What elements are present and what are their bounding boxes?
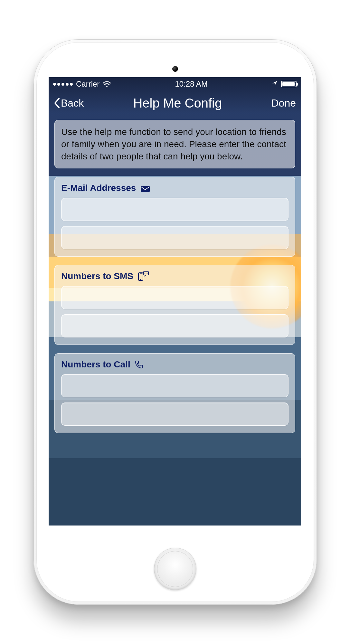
call-field-1[interactable] (61, 374, 289, 397)
content-area: Use the help me function to send your lo… (54, 120, 295, 526)
sms-section: Numbers to SMS (54, 265, 295, 345)
page-title: Help Me Config (133, 96, 222, 110)
signal-icon (53, 83, 73, 86)
home-button[interactable] (154, 548, 196, 590)
location-icon (271, 80, 278, 89)
svg-rect-1 (141, 186, 150, 192)
mail-icon (140, 184, 150, 192)
svg-point-0 (106, 86, 108, 87)
call-section-title: Numbers to Call (61, 359, 130, 370)
sms-section-title-row: Numbers to SMS (61, 271, 289, 281)
nav-bar: Back Help Me Config Done (49, 91, 301, 115)
status-right (271, 80, 297, 89)
call-section-title-row: Numbers to Call (61, 359, 289, 370)
svg-point-8 (140, 279, 141, 280)
wifi-icon (103, 81, 111, 87)
intro-panel: Use the help me function to send your lo… (54, 120, 295, 168)
email-field-2[interactable] (61, 226, 289, 249)
app-screen: Carrier 10:28 AM Back (49, 77, 301, 526)
email-section: E-Mail Addresses (54, 177, 295, 257)
back-label: Back (61, 97, 84, 109)
sms-section-title: Numbers to SMS (61, 271, 133, 281)
email-field-1[interactable] (61, 198, 289, 221)
call-field-2[interactable] (61, 402, 289, 426)
chevron-left-icon (54, 98, 60, 109)
status-bar: Carrier 10:28 AM (49, 77, 301, 91)
sms-icon (138, 271, 149, 281)
svg-point-5 (147, 273, 147, 274)
sms-field-1[interactable] (61, 286, 289, 309)
status-left: Carrier (53, 80, 111, 89)
svg-point-3 (145, 273, 145, 274)
done-button[interactable]: Done (271, 97, 296, 109)
intro-text: Use the help me function to send your lo… (61, 126, 289, 162)
call-section: Numbers to Call (54, 353, 295, 433)
back-button[interactable]: Back (54, 97, 84, 109)
email-section-title-row: E-Mail Addresses (61, 183, 289, 193)
svg-point-4 (146, 273, 146, 274)
carrier-label: Carrier (76, 80, 99, 89)
phone-icon (135, 360, 143, 369)
sms-field-2[interactable] (61, 314, 289, 337)
camera-icon (172, 66, 178, 72)
battery-icon (281, 81, 297, 87)
status-time: 10:28 AM (175, 80, 207, 89)
email-section-title: E-Mail Addresses (61, 183, 136, 193)
